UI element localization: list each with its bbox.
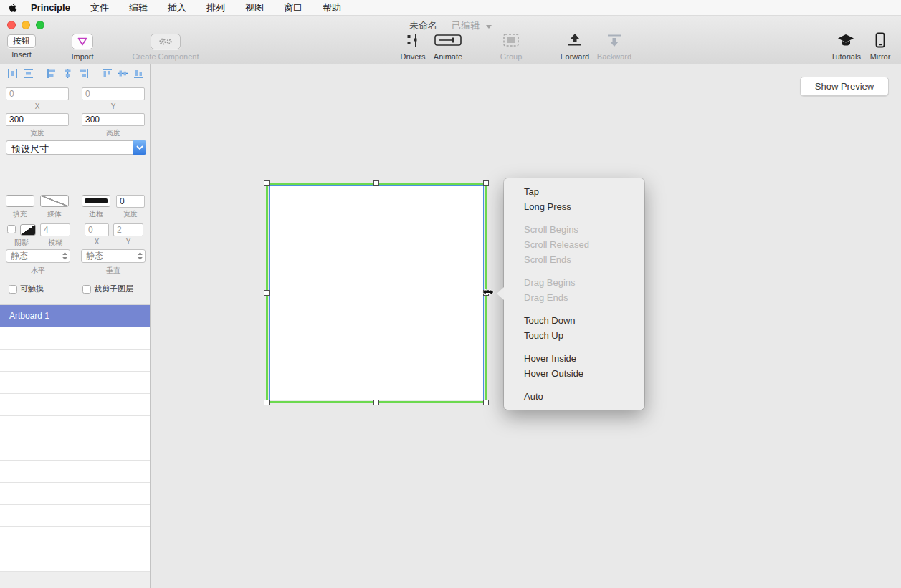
shadow-swatch[interactable]: [20, 224, 36, 236]
layer-row-empty: [0, 327, 150, 350]
menu-item-scroll-released: Scroll Released: [504, 237, 644, 252]
menu-separator: [504, 309, 644, 309]
show-preview-button[interactable]: Show Preview: [800, 77, 889, 96]
align-top-icon[interactable]: [102, 68, 113, 79]
resize-handle-bottom-right[interactable]: [483, 400, 489, 405]
menu-view[interactable]: 视图: [245, 1, 264, 14]
import-label: Import: [67, 52, 97, 61]
tutorials-icon: [836, 33, 855, 50]
popover-arrow: [497, 287, 504, 300]
menu-item-long-press[interactable]: Long Press: [504, 199, 644, 214]
artboard-1[interactable]: [269, 185, 484, 400]
title-chevron-icon[interactable]: [486, 25, 492, 29]
menu-app-name[interactable]: Principle: [31, 2, 70, 13]
resize-handle-top-left[interactable]: [264, 180, 270, 186]
align-right-icon[interactable]: [78, 68, 89, 79]
group-tool: Group: [493, 33, 529, 61]
resize-cursor: [482, 286, 495, 299]
menu-separator: [504, 347, 644, 347]
insert-button[interactable]: 按钮: [7, 34, 36, 48]
menu-item-hover-inside[interactable]: Hover Inside: [504, 351, 644, 366]
mirror-tool[interactable]: Mirror: [864, 33, 896, 61]
shadow-y-input[interactable]: [113, 223, 143, 236]
layer-row-empty: [0, 350, 150, 372]
backward-icon: [604, 33, 625, 50]
resize-handle-left[interactable]: [264, 290, 270, 296]
shadow-label: 阴影: [6, 238, 37, 248]
fill-swatch[interactable]: [6, 195, 34, 207]
touchable-checkbox[interactable]: 可触摸: [9, 284, 44, 294]
menu-item-drag-begins: Drag Begins: [504, 275, 644, 290]
layer-row-empty: [0, 461, 150, 483]
group-icon: [502, 33, 520, 50]
combo-chevron-icon[interactable]: [133, 140, 146, 155]
layer-row-empty: [0, 438, 150, 461]
menu-item-touch-up[interactable]: Touch Up: [504, 328, 644, 343]
import-tool[interactable]: Import: [67, 33, 97, 61]
drivers-label: Drivers: [397, 52, 429, 61]
height-input[interactable]: [82, 113, 145, 126]
shadow-x-input[interactable]: [85, 223, 109, 236]
y-input[interactable]: [82, 87, 145, 100]
menu-item-hover-outside[interactable]: Hover Outside: [504, 366, 644, 381]
vertical-mode-popup[interactable]: 静态: [81, 249, 146, 263]
menu-separator: [504, 271, 644, 271]
menu-window[interactable]: 窗口: [284, 1, 302, 14]
menu-insert[interactable]: 插入: [168, 1, 186, 14]
resize-handle-top-right[interactable]: [483, 180, 489, 186]
border-label: 边框: [82, 209, 110, 219]
resize-handle-bottom[interactable]: [373, 400, 379, 405]
distribute-h-icon[interactable]: [7, 68, 18, 79]
menu-item-auto[interactable]: Auto: [504, 389, 644, 404]
menu-help[interactable]: 帮助: [323, 1, 341, 14]
insert-tool: 按钮 Insert: [6, 33, 37, 59]
x-input[interactable]: [6, 87, 69, 100]
distribute-v-icon[interactable]: [23, 68, 34, 79]
gears-icon: [151, 34, 181, 49]
layer-row-artboard-1[interactable]: Artboard 1: [0, 305, 150, 327]
border-width-input[interactable]: [116, 195, 145, 208]
blur-input[interactable]: [40, 223, 70, 236]
align-bottom-icon[interactable]: [133, 68, 144, 79]
menu-item-tap[interactable]: Tap: [504, 184, 644, 199]
menu-arrange[interactable]: 排列: [206, 1, 225, 14]
menu-item-drag-ends: Drag Ends: [504, 290, 644, 305]
menu-edit[interactable]: 编辑: [129, 1, 148, 14]
menu-file[interactable]: 文件: [90, 1, 109, 14]
resize-handle-top[interactable]: [373, 180, 379, 186]
vertical-label: 垂直: [81, 266, 146, 276]
drivers-tool[interactable]: Drivers: [397, 33, 429, 61]
fill-label: 填充: [6, 209, 34, 219]
shadow-checkbox[interactable]: [7, 225, 16, 233]
layer-row-empty: [0, 394, 150, 416]
media-swatch[interactable]: [40, 195, 69, 207]
window-titlebar: 未命名 — 已编辑 按钮 Insert Import Create Compon…: [0, 16, 901, 64]
clip-sublayers-checkbox[interactable]: 裁剪子图层: [82, 284, 133, 294]
forward-tool[interactable]: Forward: [558, 33, 592, 61]
horizontal-label: 水平: [6, 266, 70, 276]
group-label: Group: [493, 52, 529, 61]
forward-label: Forward: [558, 52, 592, 61]
apple-icon[interactable]: [9, 2, 18, 13]
mirror-icon: [874, 32, 886, 51]
menu-item-touch-down[interactable]: Touch Down: [504, 313, 644, 328]
y-label: Y: [82, 102, 145, 110]
insert-label: Insert: [6, 50, 37, 59]
animate-tool[interactable]: Animate: [430, 33, 466, 61]
border-swatch[interactable]: [82, 195, 110, 207]
border-width-label: 宽度: [116, 209, 145, 219]
inspector-panel: X Y 宽度 高度 预设尺寸 填充 媒体 边框 宽度 阴影 模糊 X Y 静态 …: [0, 64, 151, 588]
menubar: Principle 文件 编辑 插入 排列 视图 窗口 帮助: [0, 0, 901, 16]
align-h-center-icon[interactable]: [62, 68, 73, 79]
shadow-x-label: X: [85, 238, 109, 246]
shadow-y-label: Y: [113, 238, 143, 246]
horizontal-mode-popup[interactable]: 静态: [6, 249, 70, 263]
width-input[interactable]: [6, 113, 69, 126]
resize-handle-bottom-left[interactable]: [264, 400, 270, 405]
layer-row-empty: [0, 416, 150, 438]
preset-size-combo[interactable]: 预设尺寸: [6, 140, 146, 155]
align-v-center-icon[interactable]: [118, 68, 128, 79]
align-left-icon[interactable]: [47, 68, 57, 79]
tutorials-tool[interactable]: Tutorials: [827, 33, 864, 61]
toolbar: 按钮 Insert Import Create Component: [0, 33, 901, 64]
